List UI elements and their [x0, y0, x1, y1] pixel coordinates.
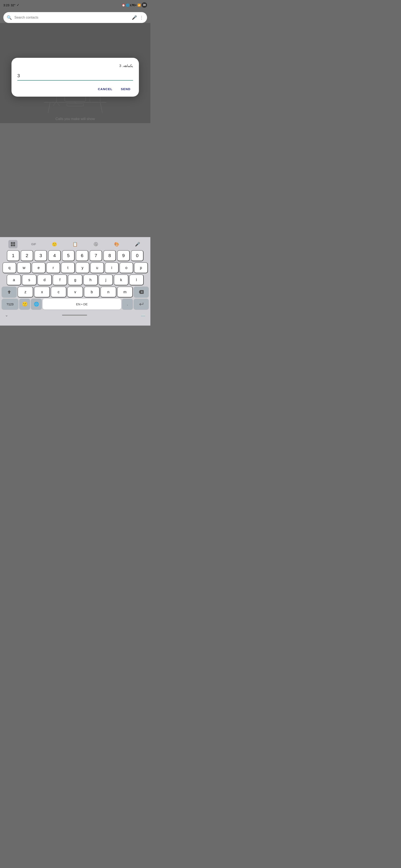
key-s[interactable]: s	[22, 274, 36, 285]
clipboard-icon-button[interactable]: 📋	[70, 240, 80, 248]
key-r[interactable]: r	[46, 262, 60, 273]
key-k[interactable]: k	[114, 274, 128, 285]
period-key[interactable]: .	[122, 299, 133, 310]
key-j[interactable]: j	[98, 274, 113, 285]
time-display: 3:23	[3, 3, 9, 7]
svg-rect-15	[13, 242, 15, 244]
key-l[interactable]: l	[129, 274, 144, 285]
dialog-title: 3 .یکماهه	[17, 64, 133, 68]
keyboard-toolbar: GIF 🙂 📋 Ⓖ 🎨 🎤	[1, 239, 149, 250]
gif-label: GIF	[31, 243, 36, 246]
dialog: 3 .یکماهه CANCEL SEND	[11, 58, 139, 97]
sticker-icon: 🙂	[52, 242, 57, 247]
status-right: ⏰ 🌐 LTE+ 📶 38	[122, 2, 147, 8]
keyboard-bottom-bar: ⌄ ⌨️	[1, 311, 149, 319]
space-label: EN • DE	[76, 302, 87, 306]
letter-row-3: z x c v b n m	[1, 286, 149, 298]
translate-icon: Ⓖ	[94, 242, 98, 247]
dialog-overlay: 3 .یکماهه CANCEL SEND	[0, 12, 150, 142]
key-p[interactable]: p	[134, 262, 148, 273]
key-a[interactable]: a	[7, 274, 21, 285]
key-8[interactable]: 8	[104, 250, 116, 261]
globe-key[interactable]: 🌐	[31, 299, 42, 310]
key-o[interactable]: o	[119, 262, 133, 273]
gif-button[interactable]: GIF	[29, 240, 38, 248]
key-2[interactable]: 2	[21, 250, 33, 261]
keyboard-container: GIF 🙂 📋 Ⓖ 🎨 🎤 1 2 3 4 5 6 7 8 9 0 q w e	[0, 237, 150, 326]
letter-row-2: a s d f g h j k l	[1, 274, 149, 286]
key-m[interactable]: m	[117, 286, 133, 298]
backspace-key[interactable]	[134, 286, 149, 298]
dialog-input-row	[17, 72, 133, 81]
status-bar: 3:23 32° ✓ ⏰ 🌐 LTE+ 📶 38	[0, 0, 150, 10]
svg-rect-16	[11, 244, 13, 246]
dialog-input-field[interactable]	[17, 72, 133, 79]
key-t[interactable]: t	[61, 262, 75, 273]
mic-kb-icon-button[interactable]: 🎤	[133, 240, 142, 248]
key-6[interactable]: 6	[76, 250, 88, 261]
mic-kb-icon: 🎤	[135, 242, 140, 247]
sticker-icon-button[interactable]: 🙂	[50, 240, 59, 248]
shift-key[interactable]	[2, 286, 17, 298]
key-g[interactable]: g	[68, 274, 82, 285]
key-h[interactable]: h	[83, 274, 98, 285]
key-q[interactable]: q	[2, 262, 16, 273]
send-button[interactable]: SEND	[118, 86, 133, 92]
key-b[interactable]: b	[84, 286, 99, 298]
key-c[interactable]: c	[51, 286, 66, 298]
hide-keyboard-icon[interactable]: ⌄	[5, 313, 8, 317]
temp-display: 32°	[11, 3, 16, 7]
signal-icon: ✓	[17, 3, 20, 7]
key-0[interactable]: 0	[131, 250, 143, 261]
network-label: LTE+	[130, 4, 137, 7]
key-n[interactable]: n	[101, 286, 116, 298]
key-z[interactable]: z	[18, 286, 33, 298]
cancel-button[interactable]: CANCEL	[95, 86, 115, 92]
key-i[interactable]: i	[105, 262, 119, 273]
battery-icon: 38	[142, 2, 147, 8]
key-x[interactable]: x	[34, 286, 50, 298]
key-v[interactable]: v	[67, 286, 83, 298]
keyboard-icon[interactable]: ⌨️	[141, 313, 145, 317]
key-u[interactable]: u	[90, 262, 104, 273]
key-9[interactable]: 9	[117, 250, 130, 261]
paint-icon: 🎨	[114, 242, 119, 247]
svg-rect-17	[13, 244, 15, 246]
key-f[interactable]: f	[53, 274, 67, 285]
enter-key[interactable]	[134, 299, 149, 310]
number-row: 1 2 3 4 5 6 7 8 9 0	[1, 250, 149, 262]
home-indicator	[62, 315, 87, 316]
translate-icon-button[interactable]: Ⓖ	[91, 240, 101, 248]
key-7[interactable]: 7	[90, 250, 102, 261]
key-3[interactable]: 3	[34, 250, 47, 261]
alarm-icon: ⏰	[122, 4, 125, 7]
key-e[interactable]: e	[32, 262, 46, 273]
key-y[interactable]: y	[76, 262, 89, 273]
emoji-key[interactable]: 🙂	[19, 299, 30, 310]
key-w[interactable]: w	[17, 262, 31, 273]
svg-rect-14	[11, 242, 13, 244]
bottom-row: ?123 🙂 🌐 EN • DE .	[1, 298, 149, 310]
globe-status-icon: 🌐	[126, 4, 129, 7]
key-1[interactable]: 1	[7, 250, 20, 261]
dialog-actions: CANCEL SEND	[17, 86, 133, 92]
signal-bars-icon: 📶	[137, 4, 141, 7]
num-switch-key[interactable]: ?123	[2, 299, 18, 310]
clipboard-icon: 📋	[73, 242, 78, 247]
letter-row-1: q w e r t y u i o p	[1, 262, 149, 274]
key-5[interactable]: 5	[62, 250, 75, 261]
status-left: 3:23 32° ✓	[3, 3, 20, 7]
key-d[interactable]: d	[37, 274, 52, 285]
paint-icon-button[interactable]: 🎨	[112, 240, 121, 248]
apps-icon-button[interactable]	[8, 240, 18, 248]
space-key[interactable]: EN • DE	[42, 299, 121, 310]
num-switch-label: ?123	[6, 302, 13, 306]
key-4[interactable]: 4	[48, 250, 61, 261]
